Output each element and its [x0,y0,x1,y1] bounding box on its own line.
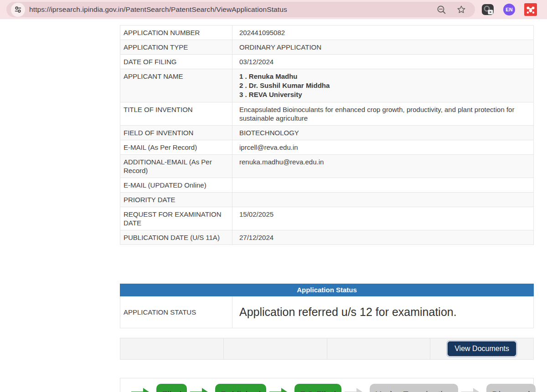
flow-arrow-pending-icon [461,388,483,392]
extensions-area: EN [481,0,537,19]
table-row-applicants: APPLICANT NAME 1 . Renuka Madhu 2 . Dr. … [120,69,533,102]
address-bar[interactable]: https://iprsearch.ipindia.gov.in/PatentS… [6,2,475,17]
site-settings-button[interactable] [11,3,25,17]
pip-extension-icon [481,3,494,16]
row-value: 15/02/2025 [232,207,533,230]
progress-step-published: Published [215,384,266,392]
zoom-out-button[interactable] [436,4,447,15]
row-label: E-MAIL (As Per Record) [120,140,232,154]
view-documents-button[interactable]: View Documents [448,341,516,356]
status-row: APPLICATION STATUS Application referred … [120,296,534,328]
applicant-name: 3 . REVA University [239,90,529,99]
table-row: APPLICATION TYPE ORDINARY APPLICATION [120,40,533,55]
actions-cell [327,338,431,359]
application-details-table: APPLICATION NUMBER 202441095082 APPLICAT… [120,25,534,245]
row-label: DATE OF FILING [120,55,232,69]
browser-toolbar: https://iprsearch.ipindia.gov.in/PatentS… [0,0,547,19]
applicant-name: 2 . Dr. Sushil Kumar Middha [239,81,529,90]
row-label: PRIORITY DATE [120,193,232,207]
progress-step-rq-filed: RQ Filed [294,384,341,392]
row-value [232,193,533,207]
translate-en-badge: EN [503,4,515,15]
star-icon [456,5,466,15]
row-value: 03/12/2024 [232,55,533,69]
row-label: REQUEST FOR EXAMINATION DATE [120,207,232,230]
row-value: renuka.madhu@reva.edu.in [232,155,533,178]
row-label: APPLICANT NAME [120,69,232,102]
row-value: 27/12/2024 [232,230,533,244]
table-row: ADDITIONAL-EMAIL (As Per Record) renuka.… [120,155,533,178]
applicant-name: 1 . Renuka Madhu [239,72,529,81]
row-value: BIOTECHNOLOGY [232,126,533,140]
progress-step-filed: Filed [156,384,187,392]
zoom-out-icon [437,5,446,15]
pip-extension-button[interactable] [481,3,494,16]
actions-cell [224,338,327,359]
row-value [232,178,533,192]
table-row: REQUEST FOR EXAMINATION DATE 15/02/2025 [120,207,533,230]
row-value: 202441095082 [232,25,533,40]
flow-arrow-done-icon [269,388,291,392]
row-value: Encapsulated Bioinoculants for enhanced … [232,102,533,125]
row-label: APPLICATION TYPE [120,40,232,54]
table-row: APPLICATION NUMBER 202441095082 [120,25,533,40]
tune-icon [14,6,22,13]
actions-cell: View Documents [430,338,533,359]
row-label: E-MAIL (UPDATED Online) [120,178,232,192]
progress-step-disposed: Disposed [486,384,535,392]
status-section-header: Application Status [120,284,534,296]
table-row: E-MAIL (As Per Record) iprcell@reva.edu.… [120,140,533,155]
flow-arrow-done-icon [190,388,212,392]
table-row: TITLE OF INVENTION Encapsulated Bioinocu… [120,102,533,126]
row-label: ADDITIONAL-EMAIL (As Per Record) [120,155,232,178]
url-text[interactable]: https://iprsearch.ipindia.gov.in/PatentS… [29,5,436,14]
mendeley-icon [524,3,537,16]
application-status-page: APPLICATION NUMBER 202441095082 APPLICAT… [0,25,547,392]
table-row: FIELD OF INVENTION BIOTECHNOLOGY [120,126,533,140]
actions-cell [120,338,224,359]
translate-extension-button[interactable]: EN [503,4,515,15]
status-label: APPLICATION STATUS [120,296,232,328]
status-value: Application referred u/s 12 for examinat… [232,296,533,328]
status-progress-tracker: Filed Published RQ Filed Under Examinati… [120,378,534,392]
row-value: iprcell@reva.edu.in [232,140,533,154]
bookmark-button[interactable] [456,4,467,15]
flow-arrow-pending-icon [345,388,366,392]
progress-step-under-examination: Under Examination [370,384,458,392]
actions-row: View Documents [120,338,534,360]
flow-arrow-done-icon [131,388,153,392]
row-label: PUBLICATION DATE (U/S 11A) [120,230,232,244]
row-label: TITLE OF INVENTION [120,102,232,125]
row-value-applicants: 1 . Renuka Madhu 2 . Dr. Sushil Kumar Mi… [232,69,533,102]
row-label: FIELD OF INVENTION [120,126,232,140]
table-row: PRIORITY DATE [120,193,533,207]
table-row: DATE OF FILING 03/12/2024 [120,55,533,69]
row-value: ORDINARY APPLICATION [232,40,533,54]
table-row: PUBLICATION DATE (U/S 11A) 27/12/2024 [120,230,533,245]
table-row: E-MAIL (UPDATED Online) [120,178,533,193]
application-status-section: Application Status APPLICATION STATUS Ap… [120,284,534,328]
row-label: APPLICATION NUMBER [120,25,232,40]
mendeley-extension-button[interactable] [524,3,537,16]
